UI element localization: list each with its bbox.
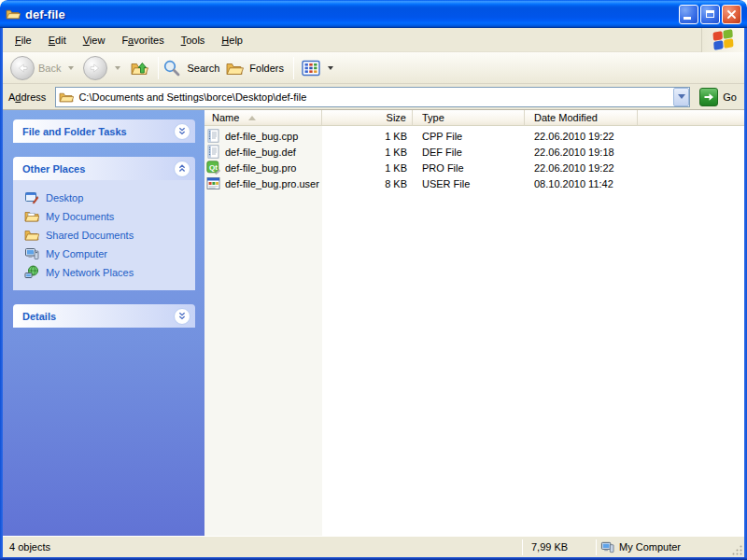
search-label: Search [187, 63, 219, 74]
sidebar-item-my-documents[interactable]: My Documents [24, 207, 191, 226]
up-icon [130, 59, 148, 77]
column-header-filler [638, 110, 744, 126]
my-computer-icon [600, 540, 614, 554]
toolbar-separator [158, 57, 159, 79]
go-button[interactable]: Go [690, 88, 744, 106]
views-icon [302, 59, 320, 77]
text-file-icon [206, 129, 220, 143]
panel-title: Other Places [22, 163, 174, 175]
chevron-double-down-icon [176, 311, 188, 322]
my-network-places-icon [24, 265, 39, 280]
toolbar-separator [293, 57, 294, 79]
search-icon [162, 59, 181, 77]
toolbar: Back Search [3, 52, 744, 84]
sidebar-item-label: My Computer [46, 248, 107, 259]
panel-title: Details [22, 311, 174, 322]
sidebar-item-my-computer[interactable]: My Computer [24, 245, 191, 263]
column-header-type[interactable]: Type [413, 110, 525, 126]
window-title: def-file [25, 7, 677, 21]
collapse-button[interactable] [174, 161, 190, 177]
status-bar: 4 objects 7,99 KB My Computer [3, 536, 744, 557]
column-header-size[interactable]: Size [322, 110, 413, 126]
folders-icon [225, 59, 244, 77]
window-border-left [0, 28, 3, 560]
panel-body-other-places: Desktop My Documents [13, 180, 195, 290]
status-total-size: 7,99 KB [523, 541, 596, 553]
title-bar[interactable]: def-file [0, 0, 747, 28]
views-button[interactable] [298, 57, 341, 79]
folders-label: Folders [249, 63, 284, 74]
text-file-icon [206, 145, 220, 159]
windows-logo-box [701, 28, 744, 52]
status-objects: 4 objects [3, 541, 522, 553]
chevron-double-down-icon [176, 126, 188, 137]
back-label: Back [38, 63, 61, 74]
explorer-window: def-file File Edit View Favorites Tools … [0, 0, 747, 560]
menu-favorites[interactable]: Favorites [113, 32, 172, 49]
my-computer-icon [24, 246, 39, 261]
folder-icon [59, 90, 74, 105]
sidebar-item-label: Shared Documents [46, 230, 134, 241]
sidebar-item-label: Desktop [46, 192, 83, 203]
task-pane: File and Folder Tasks Other Places [3, 110, 204, 536]
minimize-button[interactable] [679, 5, 698, 24]
chevron-double-up-icon [176, 163, 188, 175]
maximize-icon [706, 10, 714, 18]
column-headers: Name Size Type Date Modified [204, 110, 744, 126]
go-icon [699, 88, 718, 106]
expand-button[interactable] [174, 123, 190, 140]
panel-file-and-folder-tasks: File and Folder Tasks [13, 119, 195, 143]
back-icon [10, 56, 35, 80]
menu-help[interactable]: Help [213, 32, 251, 49]
menu-edit[interactable]: Edit [40, 32, 75, 49]
sidebar-item-label: My Network Places [46, 267, 134, 278]
expand-button[interactable] [174, 308, 190, 325]
forward-dropdown-icon[interactable] [115, 66, 120, 70]
maximize-button[interactable] [700, 5, 720, 24]
status-zone-label: My Computer [619, 541, 681, 553]
address-input[interactable]: C:\Documents and Settings\borce\Desktop\… [55, 87, 690, 107]
address-label: Address [3, 91, 55, 103]
views-dropdown-icon [328, 66, 333, 70]
panel-title: File and Folder Tasks [22, 126, 174, 137]
resize-grip[interactable] [731, 544, 743, 556]
windows-logo-icon [712, 29, 733, 50]
back-button[interactable]: Back [10, 56, 78, 80]
qt-project-icon: Qt [206, 161, 220, 175]
sidebar-item-shared-documents[interactable]: Shared Documents [24, 226, 191, 245]
file-row[interactable]: def-file_bug.def 1 KB DEF File 22.06.201… [204, 144, 744, 160]
forward-icon [83, 56, 107, 80]
back-dropdown-icon[interactable] [68, 66, 74, 70]
panel-header-file-and-folder-tasks[interactable]: File and Folder Tasks [13, 119, 195, 143]
sidebar-item-label: My Documents [46, 211, 114, 222]
file-row[interactable]: def-file_bug.pro.user 8 KB USER File 08.… [204, 175, 744, 191]
search-button[interactable]: Search [162, 59, 219, 77]
menu-tools[interactable]: Tools [173, 32, 214, 49]
address-value: C:\Documents and Settings\borce\Desktop\… [78, 91, 673, 103]
my-documents-icon [24, 209, 39, 224]
file-row[interactable]: def-file_bug.cpp 1 KB CPP File 22.06.201… [204, 128, 744, 144]
sort-ascending-icon [248, 116, 256, 120]
file-row[interactable]: Qt def-file_bug.pro 1 KB PRO File 22.06.… [204, 160, 744, 175]
minimize-icon [684, 17, 691, 20]
folders-button[interactable]: Folders [225, 59, 284, 77]
menu-file[interactable]: File [7, 32, 40, 49]
close-icon [726, 9, 737, 20]
close-button[interactable] [722, 5, 741, 24]
menu-view[interactable]: View [75, 32, 114, 49]
sidebar-item-desktop[interactable]: Desktop [24, 189, 191, 207]
forward-button[interactable] [83, 56, 124, 80]
file-list: Name Size Type Date Modified [204, 110, 744, 536]
up-button[interactable] [130, 59, 148, 77]
column-header-date-modified[interactable]: Date Modified [525, 110, 638, 126]
column-header-name[interactable]: Name [204, 110, 322, 126]
panel-other-places: Other Places Desktop [13, 157, 195, 290]
file-rows: def-file_bug.cpp 1 KB CPP File 22.06.201… [204, 128, 744, 191]
panel-details: Details [13, 304, 195, 328]
sidebar-item-my-network-places[interactable]: My Network Places [24, 263, 191, 282]
panel-header-details[interactable]: Details [13, 304, 195, 328]
shared-documents-icon [24, 228, 39, 243]
status-zone: My Computer [597, 540, 744, 554]
address-dropdown-button[interactable] [673, 88, 689, 106]
panel-header-other-places[interactable]: Other Places [13, 157, 195, 180]
